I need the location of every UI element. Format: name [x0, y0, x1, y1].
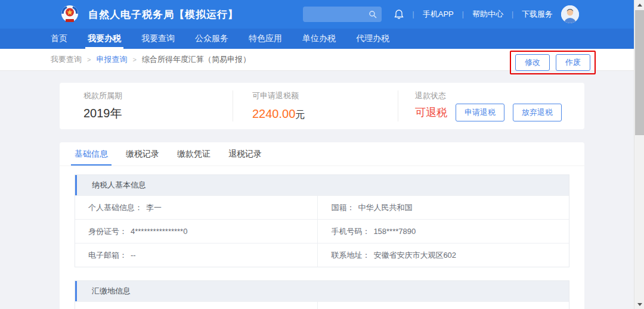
link-help-center[interactable]: 帮助中心 — [472, 9, 503, 20]
app-title: 自然人电子税务局【模拟运行】 — [88, 8, 239, 21]
tab-tax-payment-records[interactable]: 缴税记录 — [126, 142, 159, 166]
scroll-up-icon — [637, 4, 642, 7]
top-header: 自然人电子税务局【模拟运行】 — [0, 0, 634, 29]
apply-refund-button[interactable]: 申请退税 — [456, 104, 504, 121]
taxpayer-info-box: 纳税人基本信息 个人基础信息：李一 国籍：中华人民共和国 身份证号：4*****… — [75, 174, 569, 267]
field-label: 手机号码： — [331, 227, 370, 236]
chevron-right-icon: > — [132, 56, 136, 63]
field-label: 个人基础信息： — [88, 203, 143, 212]
user-avatar[interactable] — [561, 5, 579, 23]
link-mobile-app[interactable]: 手机APP — [423, 9, 454, 20]
field-value: 安徽省安庆市大观区602 — [373, 251, 456, 260]
table-row: 身份证号：4****************0 手机号码：158****7890 — [75, 219, 569, 243]
nav-i-want-to-pay-tax[interactable]: 我要办税 — [88, 29, 121, 49]
header-divider: | — [413, 10, 414, 18]
tab-basic-info[interactable]: 基础信息 — [75, 142, 108, 166]
field-label: 身份证号： — [88, 227, 127, 236]
page: 自然人电子税务局【模拟运行】 — [0, 0, 644, 309]
refundable-amount-label: 可申请退税额 — [252, 90, 398, 101]
detail-tabs: 基础信息 缴税记录 缴款凭证 退税记录 — [60, 142, 584, 166]
search-input[interactable] — [308, 10, 369, 18]
tax-period-label: 税款所属期 — [83, 90, 233, 101]
table-row: 汇缴地主管税务机关：佛山市南海区地方税务局 任职受雇单位：南北西中某制品有限公司 — [75, 301, 569, 309]
scroll-down-button[interactable] — [634, 299, 644, 309]
header-right-group: | 手机APP | 帮助中心 | 下载服务 — [303, 5, 579, 23]
abandon-refund-button[interactable]: 放弃退税 — [513, 104, 562, 121]
mobile-number-cell: 手机号码：158****7890 — [318, 220, 569, 243]
refund-status-block: 退款状态 可退税 申请退税 放弃退税 — [398, 90, 584, 121]
nav-featured-apps[interactable]: 特色应用 — [249, 29, 282, 49]
field-label: 国籍： — [331, 203, 354, 212]
competent-tax-authority-cell: 汇缴地主管税务机关：佛山市南海区地方税务局 — [75, 302, 318, 309]
refund-status-value: 可退税 — [415, 105, 447, 120]
modify-button[interactable]: 修改 — [515, 54, 550, 71]
remittance-info-title: 汇缴地信息 — [75, 281, 569, 301]
link-download-service[interactable]: 下载服务 — [522, 9, 553, 20]
nav-agent-tax[interactable]: 代理办税 — [356, 29, 389, 49]
main-nav: 首页 我要办税 我要查询 公众服务 特色应用 单位办税 代理办税 — [0, 29, 634, 49]
tax-period-block: 税款所属期 2019年 — [60, 90, 233, 121]
vertical-scrollbar[interactable] — [634, 0, 644, 309]
search-icon[interactable] — [369, 10, 377, 18]
tax-bureau-emblem-icon — [58, 3, 81, 26]
field-label: 电子邮箱： — [88, 251, 127, 260]
personal-basic-info-cell: 个人基础信息：李一 — [75, 196, 318, 219]
nav-company-tax[interactable]: 单位办税 — [302, 29, 336, 49]
field-value: 4****************0 — [131, 227, 187, 236]
refundable-amount-unit: 元 — [295, 110, 305, 120]
breadcrumb: 我要查询 > 申报查询 > 综合所得年度汇算（简易申报） — [51, 54, 250, 65]
breadcrumb-current-page: 综合所得年度汇算（简易申报） — [142, 54, 250, 65]
main-viewport: 自然人电子税务局【模拟运行】 — [0, 0, 634, 309]
page-content: 税款所属期 2019年 可申请退税额 2240.00元 退款状态 可退税 申请退… — [0, 71, 634, 309]
header-divider: | — [462, 10, 464, 18]
tab-refund-records[interactable]: 退税记录 — [228, 142, 262, 166]
breadcrumb-declaration-query[interactable]: 申报查询 — [96, 54, 127, 65]
field-label: 联系地址： — [331, 251, 370, 260]
nationality-cell: 国籍：中华人民共和国 — [318, 196, 569, 219]
id-number-cell: 身份证号：4****************0 — [75, 220, 318, 243]
taxpayer-info-title: 纳税人基本信息 — [75, 175, 569, 195]
refundable-amount-value: 2240.00 — [252, 107, 295, 120]
scroll-down-icon — [637, 303, 642, 306]
nav-home[interactable]: 首页 — [51, 29, 67, 49]
contact-address-cell: 联系地址：安徽省安庆市大观区602 — [318, 244, 569, 267]
email-cell: 电子邮箱：-- — [75, 244, 318, 267]
chevron-right-icon: > — [87, 56, 91, 63]
field-value: 李一 — [146, 203, 162, 212]
breadcrumb-query[interactable]: 我要查询 — [51, 54, 82, 65]
notification-bell-icon[interactable] — [394, 9, 404, 20]
field-value: -- — [131, 251, 136, 260]
scrollbar-thumb[interactable] — [635, 10, 644, 135]
table-row: 个人基础信息：李一 国籍：中华人民共和国 — [75, 195, 569, 219]
annotation-box: 修改 作废 — [510, 51, 596, 74]
detail-card: 基础信息 缴税记录 缴款凭证 退税记录 纳税人基本信息 个人基础信息：李一 国籍… — [60, 142, 584, 309]
scroll-up-button[interactable] — [634, 0, 644, 10]
employer-cell: 任职受雇单位：南北西中某制品有限公司 — [318, 302, 569, 309]
summary-card: 税款所属期 2019年 可申请退税额 2240.00元 退款状态 可退税 申请退… — [60, 83, 584, 129]
table-row: 电子邮箱：-- 联系地址：安徽省安庆市大观区602 — [75, 243, 569, 267]
refund-status-label: 退款状态 — [415, 90, 584, 101]
breadcrumb-bar: 我要查询 > 申报查询 > 综合所得年度汇算（简易申报） 修改 作废 — [0, 49, 634, 71]
field-value: 158****7890 — [373, 227, 416, 236]
remittance-info-box: 汇缴地信息 汇缴地主管税务机关：佛山市南海区地方税务局 任职受雇单位：南北西中某… — [75, 280, 569, 309]
invalidate-button[interactable]: 作废 — [556, 54, 590, 71]
tab-payment-voucher[interactable]: 缴款凭证 — [177, 142, 210, 166]
field-value: 中华人民共和国 — [358, 203, 412, 212]
tax-period-value: 2019年 — [83, 105, 233, 121]
header-search — [303, 7, 382, 22]
nav-public-service[interactable]: 公众服务 — [195, 29, 228, 49]
nav-i-want-to-query[interactable]: 我要查询 — [141, 29, 175, 49]
header-divider: | — [512, 10, 513, 18]
refundable-amount-block: 可申请退税额 2240.00元 — [233, 90, 398, 121]
